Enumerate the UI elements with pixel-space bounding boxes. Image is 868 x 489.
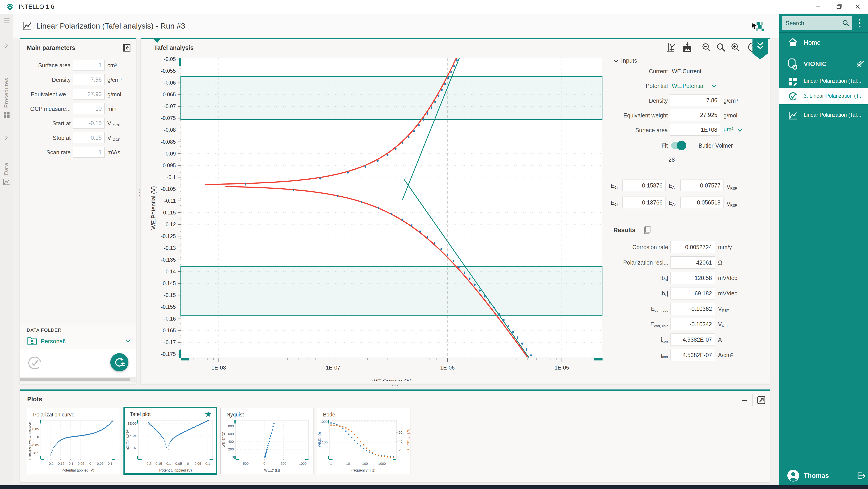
svg-text:1E-06: 1E-06 (440, 365, 455, 371)
sidebar-menu-kebab-icon[interactable] (858, 18, 861, 29)
save-image-icon[interactable] (682, 42, 693, 53)
ec2-input[interactable]: -0.13766 (622, 197, 665, 208)
svg-text:-0.05: -0.05 (164, 57, 176, 62)
start-at-field[interactable]: -0.15 (73, 118, 105, 128)
panel-resize-handle-vertical[interactable]: ⋮ (136, 191, 140, 194)
run-chart-icon (22, 22, 32, 31)
scrollbar-thumb[interactable] (20, 378, 130, 381)
zoom-out-icon[interactable] (701, 42, 712, 53)
svg-text:WE.-Z'' (Ω): WE.-Z'' (Ω) (222, 432, 225, 448)
copy-results-icon[interactable] (643, 225, 652, 235)
result-label: |bc| (600, 290, 668, 297)
svg-text:-0.09: -0.09 (164, 151, 176, 157)
data-chart-icon[interactable] (3, 179, 10, 185)
plots-title: Plots (27, 396, 42, 403)
minimize-button[interactable] (808, 0, 828, 13)
thumbnail-title: Tafel plot (130, 411, 151, 418)
ea2-label: EA₂ (669, 200, 676, 206)
tafel-chart[interactable]: -0.05-0.055-0.06-0.065-0.07-0.075-0.08-0… (145, 57, 607, 381)
user-section[interactable]: Thomas (779, 466, 868, 485)
ocp-measure-field[interactable]: 10 (73, 103, 105, 114)
sign-out-icon[interactable] (856, 471, 866, 481)
zoom-reset-icon[interactable] (716, 42, 726, 53)
sound-off-icon[interactable] (856, 59, 865, 68)
procedures-expand-icon[interactable] (4, 43, 9, 49)
inputs-collapse-icon[interactable] (613, 58, 619, 63)
param-unit: V OCP (107, 120, 120, 127)
potential-select[interactable]: WE.Potential (672, 83, 705, 89)
ec1-label: EC₁ (611, 183, 618, 189)
menu-icon[interactable] (3, 18, 10, 24)
density-field[interactable]: 7.86 (73, 74, 105, 85)
result-label: icorr (600, 337, 668, 343)
sidebar-item-home[interactable]: Home (779, 33, 868, 53)
svg-text:400: 400 (228, 439, 234, 443)
zoom-in-icon[interactable] (730, 42, 741, 53)
search-input[interactable] (782, 16, 852, 30)
open-plots-window-icon[interactable] (756, 395, 766, 405)
scan-rate-field[interactable]: 1 (73, 147, 105, 157)
fit-points-count: 28 (664, 156, 680, 163)
fit-toggle[interactable] (671, 142, 685, 149)
sidebar-item-procedure-editor[interactable]: Linear Polarization (Taf... (779, 75, 868, 88)
svg-text:0.1: 0.1 (108, 462, 113, 465)
procedures-grid-icon[interactable] (3, 112, 10, 118)
minimize-plots-icon[interactable] (740, 396, 748, 404)
svg-text:-0.1: -0.1 (167, 174, 176, 180)
param-label: OCP measure... (21, 106, 71, 112)
svg-text:0.05: 0.05 (32, 427, 39, 431)
stop-at-field[interactable]: 0.15 (73, 132, 105, 143)
data-folder-value[interactable]: Personal\ (41, 338, 66, 345)
result-unit: mm/y (718, 244, 732, 251)
surface-area-field[interactable]: 1 (73, 60, 105, 70)
svg-text:WE.Potential (V): WE.Potential (V) (150, 186, 157, 230)
ea1-input[interactable]: -0.07577 (680, 179, 723, 191)
axes-config-icon[interactable] (667, 42, 677, 53)
app-window: INTELLO 1.6 Procedures Data Linear Polar… (0, 0, 868, 489)
data-expand-icon[interactable] (4, 135, 9, 141)
thumbnail-polarization-curve[interactable]: Polarization curve -0.2-0.15-0.1-0.0500.… (27, 408, 120, 474)
surface-unit-select[interactable]: μm² (723, 126, 734, 133)
collapse-panel-icon[interactable] (122, 44, 131, 52)
result-label: Ecorr, calc (600, 321, 668, 328)
thumbnail-tafel-plot[interactable]: Tafel plot ★ -0.2-0.15-0.1-0.0500.050.11… (123, 407, 217, 475)
search-box[interactable] (782, 16, 852, 30)
density-input[interactable]: 7.86 (670, 94, 720, 106)
svg-text:1: 1 (330, 462, 332, 465)
svg-text:0: 0 (232, 455, 234, 459)
param-label: Start at (21, 120, 71, 127)
sidebar-item-vionic[interactable]: VIONIC (779, 53, 868, 75)
svg-text:-0.125: -0.125 (161, 233, 176, 239)
surface-unit-chevron-icon[interactable] (737, 128, 743, 133)
sidebar-item-run-data[interactable]: Linear Polarization (Taf... (779, 107, 868, 125)
ea2-input[interactable]: -0.056518 (680, 197, 723, 208)
result-label: Polarization resi... (600, 259, 668, 266)
svg-text:WE.-Phase (°): WE.-Phase (°) (407, 429, 410, 450)
search-icon[interactable] (842, 20, 849, 27)
folder-chevron-down-icon[interactable] (125, 338, 131, 343)
potential-chevron-icon[interactable] (711, 84, 717, 88)
thumbnail-nyquist[interactable]: Nyquist -500050010000200400600800WE.Z' (… (220, 408, 313, 474)
svg-text:1000: 1000 (320, 420, 328, 424)
surface-area-input[interactable]: 1E+08 (670, 124, 720, 136)
thumbnail-bode[interactable]: Bode 11010010001000100604020Frequency (H… (317, 408, 410, 474)
equivalent-weight-field[interactable]: 27.93 (73, 89, 105, 99)
close-button[interactable] (847, 0, 868, 13)
rail-tab-procedures[interactable]: Procedures (3, 54, 9, 108)
result-unit: mV/dec (718, 290, 737, 297)
rerun-fab[interactable] (110, 353, 128, 371)
validation-check-icon[interactable] (28, 356, 42, 370)
home-icon (788, 38, 798, 47)
ec1-input[interactable]: -0.15876 (622, 179, 665, 191)
panel-resize-handle-horizontal[interactable]: ⋯ (385, 384, 405, 387)
ba-value: 120.58 (671, 272, 715, 284)
param-label: Scan rate (21, 149, 71, 156)
svg-text:-0.06: -0.06 (164, 80, 176, 86)
app-title: INTELLO 1.6 (19, 3, 54, 10)
sidebar-item-run3-active[interactable]: 3. Linear Polarization (T... (779, 88, 868, 104)
result-unit: Ω (718, 259, 722, 266)
eq-weight-input[interactable]: 27.925 (670, 109, 720, 121)
nova-pixel-icon[interactable] (751, 21, 765, 33)
rail-tab-data[interactable]: Data (3, 146, 9, 175)
restore-button[interactable] (829, 0, 849, 13)
